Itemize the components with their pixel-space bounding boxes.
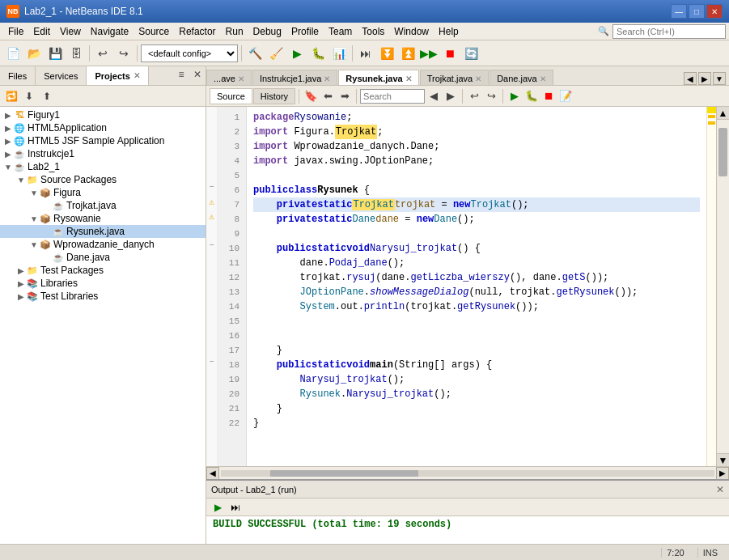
left-panel-tabs[interactable]: Files Services Projects ✕ ≡ ✕ bbox=[0, 66, 206, 86]
hscroll-track[interactable] bbox=[221, 470, 714, 477]
code-content[interactable]: package Rysowanie; import Figura.Trojkat… bbox=[247, 107, 706, 466]
marker-10[interactable]: − bbox=[206, 238, 217, 252]
config-dropdown[interactable]: <default config> bbox=[141, 45, 238, 62]
left-panel-close-btn[interactable]: ✕ bbox=[189, 66, 206, 83]
tree-item-rysowanie[interactable]: ▼ 📦 Rysowanie bbox=[0, 212, 206, 225]
undo-button[interactable]: ↩ bbox=[93, 44, 112, 63]
source-tab[interactable]: Source bbox=[210, 88, 252, 104]
redo-edit-btn[interactable]: ↪ bbox=[483, 88, 499, 104]
maximize-button[interactable]: □ bbox=[689, 4, 705, 19]
tab-instrukcje1[interactable]: Instrukcje1.java ✕ bbox=[252, 70, 337, 85]
menu-view[interactable]: View bbox=[55, 24, 86, 39]
fold-18[interactable]: − bbox=[206, 358, 217, 367]
scroll-down-button[interactable]: ▼ bbox=[717, 453, 729, 466]
hscroll-right-button[interactable]: ▶ bbox=[716, 467, 729, 480]
tab-rysunek[interactable]: Rysunek.java ✕ bbox=[338, 70, 418, 85]
menu-window[interactable]: Window bbox=[389, 24, 434, 39]
collapse-all-button[interactable]: ⬆ bbox=[39, 88, 55, 104]
expand-all-button[interactable]: ⬇ bbox=[21, 88, 37, 104]
apply-btn[interactable]: ⏹ bbox=[540, 88, 557, 104]
tab-files[interactable]: Files bbox=[0, 66, 36, 85]
menu-team[interactable]: Team bbox=[324, 24, 357, 39]
tree-item-trojkat[interactable]: ▶ ☕ Trojkat.java bbox=[0, 199, 206, 212]
tab-navigation[interactable]: ◀ ▶ ▼ bbox=[680, 72, 729, 85]
close-projects-tab[interactable]: ✕ bbox=[134, 71, 140, 80]
tab-trojkat-close[interactable]: ✕ bbox=[475, 74, 481, 83]
tree-item-libraries[interactable]: ▶ 📚 Libraries bbox=[0, 277, 206, 290]
close-button[interactable]: ✕ bbox=[706, 4, 723, 19]
window-controls[interactable]: — □ ✕ bbox=[671, 4, 723, 19]
tree-item-test-packages[interactable]: ▶ 📁 Test Packages bbox=[0, 264, 206, 277]
tree-item-instrukcje1[interactable]: ▶ ☕ Instrukcje1 bbox=[0, 147, 206, 160]
horizontal-scrollbar[interactable]: ◀ ▶ bbox=[206, 466, 729, 479]
tab-dane[interactable]: Dane.java ✕ bbox=[490, 70, 553, 85]
tab-dropdown[interactable]: ▼ bbox=[713, 72, 726, 85]
tree-item-source-packages[interactable]: ▼ 📁 Source Packages bbox=[0, 173, 206, 186]
menu-edit[interactable]: Edit bbox=[28, 24, 55, 39]
fold-6[interactable]: − bbox=[206, 183, 217, 192]
new-project-button[interactable]: 📄 bbox=[3, 44, 23, 63]
run-editor-btn[interactable]: ▶ bbox=[506, 88, 523, 104]
apply-changes-button[interactable]: 🔄 bbox=[461, 44, 481, 63]
hscroll-left-button[interactable]: ◀ bbox=[206, 467, 219, 480]
editor-tabs[interactable]: ...ave ✕ Instrukcje1.java ✕ Rysunek.java… bbox=[206, 66, 729, 86]
editor-search-input[interactable] bbox=[360, 89, 425, 104]
tab-rysunek-close[interactable]: ✕ bbox=[405, 74, 412, 83]
sync-button[interactable]: 🔁 bbox=[3, 88, 19, 104]
output-close-btn[interactable]: ✕ bbox=[716, 484, 724, 495]
menu-refactor[interactable]: Refactor bbox=[174, 24, 220, 39]
save-button[interactable]: 💾 bbox=[45, 44, 65, 63]
code-editor[interactable]: − ⚠ ⚠ − − bbox=[206, 107, 706, 466]
scrollbar-track[interactable] bbox=[717, 120, 729, 453]
menu-navigate[interactable]: Navigate bbox=[86, 24, 134, 39]
output-run-btn[interactable]: ▶ bbox=[210, 500, 226, 515]
format-btn[interactable]: 📝 bbox=[557, 88, 574, 104]
build-button[interactable]: 🔨 bbox=[245, 44, 265, 63]
tab-trojkat[interactable]: Trojkat.java ✕ bbox=[420, 70, 489, 85]
debug-editor-btn[interactable]: 🐛 bbox=[523, 88, 540, 104]
step-over-button[interactable]: ⏭ bbox=[356, 44, 375, 63]
tree-item-figury1[interactable]: ▶ 🏗 Figury1 bbox=[0, 108, 206, 121]
main-search-input[interactable] bbox=[612, 24, 726, 39]
tree-item-figura[interactable]: ▼ 📦 Figura bbox=[0, 186, 206, 199]
history-tab[interactable]: History bbox=[253, 88, 295, 104]
redo-button[interactable]: ↪ bbox=[114, 44, 134, 63]
menu-source[interactable]: Source bbox=[134, 24, 174, 39]
find-next-btn[interactable]: ▶ bbox=[443, 88, 459, 104]
tree-item-test-libraries[interactable]: ▶ 📚 Test Libraries bbox=[0, 290, 206, 303]
right-scrollbar[interactable]: ▲ ▼ bbox=[716, 107, 729, 466]
save-all-button[interactable]: 🗄 bbox=[66, 44, 86, 63]
fold-10[interactable]: − bbox=[206, 241, 217, 250]
stop-button[interactable]: ⏹ bbox=[440, 44, 460, 63]
clean-build-button[interactable]: 🧹 bbox=[266, 44, 286, 63]
tree-item-dane[interactable]: ▶ ☕ Dane.java bbox=[0, 251, 206, 264]
tab-scroll-left[interactable]: ◀ bbox=[684, 72, 697, 85]
file-tree[interactable]: ▶ 🏗 Figury1 ▶ 🌐 HTML5Application ▶ 🌐 HTM… bbox=[0, 107, 206, 544]
undo-edit-btn[interactable]: ↩ bbox=[466, 88, 482, 104]
tab-services[interactable]: Services bbox=[36, 66, 87, 85]
tab-ave[interactable]: ...ave ✕ bbox=[206, 70, 252, 85]
continue-button[interactable]: ▶▶ bbox=[419, 44, 439, 63]
next-bookmark-btn[interactable]: ➡ bbox=[337, 88, 353, 104]
tab-scroll-right[interactable]: ▶ bbox=[698, 72, 711, 85]
toggle-bookmark-btn[interactable]: 🔖 bbox=[303, 88, 319, 104]
menu-profile[interactable]: Profile bbox=[286, 24, 324, 39]
marker-18[interactable]: − bbox=[206, 354, 217, 369]
menu-debug[interactable]: Debug bbox=[248, 24, 286, 39]
open-project-button[interactable]: 📂 bbox=[24, 44, 44, 63]
debug-button[interactable]: 🐛 bbox=[308, 44, 328, 63]
menu-file[interactable]: File bbox=[3, 24, 28, 39]
prev-bookmark-btn[interactable]: ⬅ bbox=[320, 88, 336, 104]
output-next-btn[interactable]: ⏭ bbox=[227, 500, 244, 515]
left-panel-menu-btn[interactable]: ≡ bbox=[173, 66, 189, 83]
profile-button[interactable]: 📊 bbox=[329, 44, 349, 63]
tree-item-rysunek[interactable]: ▶ ☕ Rysunek.java bbox=[0, 225, 206, 238]
hscroll-thumb[interactable] bbox=[270, 470, 418, 477]
scroll-up-button[interactable]: ▲ bbox=[717, 107, 729, 120]
marker-6[interactable]: − bbox=[206, 180, 217, 194]
tab-projects[interactable]: Projects ✕ bbox=[87, 66, 148, 85]
tab-instrukcje1-close[interactable]: ✕ bbox=[324, 74, 330, 83]
menu-tools[interactable]: Tools bbox=[357, 24, 389, 39]
tab-ave-close[interactable]: ✕ bbox=[238, 74, 244, 83]
tree-item-lab21[interactable]: ▼ ☕ Lab2_1 bbox=[0, 160, 206, 173]
